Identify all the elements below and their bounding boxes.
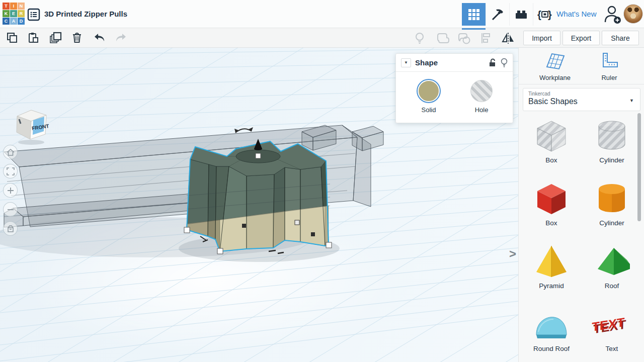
shape-pyramid[interactable]: Pyramid — [525, 243, 578, 290]
svg-text:{: { — [537, 9, 541, 20]
shape-box-hole[interactable]: Box — [525, 117, 578, 164]
delete-button[interactable] — [71, 32, 84, 45]
edge-handle[interactable] — [295, 220, 299, 225]
align-button[interactable] — [479, 32, 493, 45]
solid-swatch[interactable] — [418, 80, 440, 102]
collapse-inspector-button[interactable]: ▼ — [401, 58, 411, 67]
solid-label: Solid — [411, 106, 446, 114]
workplane-icon — [544, 52, 566, 70]
undo-button[interactable] — [93, 32, 106, 45]
zoom-in-button[interactable] — [3, 183, 18, 198]
inspector-title: Shape — [415, 58, 485, 67]
fit-view-button[interactable] — [3, 164, 18, 178]
shape-inspector-panel: ▼ Shape Solid Hole — [395, 53, 513, 123]
active-tab-underline — [462, 28, 486, 30]
ruler-tool[interactable]: Ruler — [584, 52, 634, 81]
logo-tile: I — [10, 3, 17, 10]
grid-icon — [468, 9, 479, 20]
edit-toolbar: Import Export Share — [0, 28, 644, 48]
document-title[interactable]: 3D Printed Zipper Pulls — [44, 10, 127, 18]
scale-handle-front[interactable] — [217, 248, 223, 254]
collapse-panel-chevron[interactable]: > — [509, 247, 516, 261]
shape-box-solid[interactable]: Box — [525, 180, 578, 227]
edge-handle[interactable] — [242, 224, 246, 228]
ruler-icon — [599, 52, 619, 70]
pickaxe-icon — [491, 8, 504, 21]
hole-label: Hole — [464, 106, 499, 114]
hole-swatch[interactable] — [470, 80, 493, 102]
shape-cylinder-hole[interactable]: Cylinder — [586, 117, 638, 164]
app-header: TINKERCAD 3D Printed Zipper Pulls {} Wha… — [0, 0, 644, 28]
zoom-out-button[interactable] — [3, 202, 18, 217]
copy-button[interactable] — [6, 32, 19, 45]
design-properties-icon[interactable] — [27, 8, 40, 21]
workplane-label: Workplane — [530, 74, 580, 81]
logo-tile: T — [3, 3, 10, 10]
logo-tile: D — [18, 18, 25, 25]
codeblocks-tab[interactable]: {} — [533, 3, 556, 26]
paste-button[interactable] — [27, 32, 40, 45]
panel-divider — [519, 84, 644, 84]
codeblocks-icon: {} — [537, 8, 552, 21]
home-view-button[interactable] — [3, 145, 18, 159]
scale-handle-right[interactable] — [326, 242, 332, 248]
import-button[interactable]: Import — [523, 31, 560, 45]
logo-tile: R — [18, 10, 25, 17]
whats-new-link[interactable]: What's New — [556, 10, 600, 18]
scale-handle-left[interactable] — [184, 227, 190, 233]
logo-tile: C — [3, 18, 10, 25]
show-all-button[interactable] — [414, 32, 427, 45]
3d-designs-tab[interactable] — [462, 3, 486, 26]
share-button[interactable]: Share — [602, 31, 639, 45]
bricks-tab[interactable] — [509, 3, 533, 26]
group-button[interactable] — [436, 32, 449, 45]
svg-text:}: } — [548, 9, 552, 20]
library-name: Basic Shapes — [528, 97, 635, 106]
lock-icon[interactable] — [489, 58, 497, 67]
shape-library-dropdown[interactable]: Tinkercad Basic Shapes ▼ — [523, 88, 640, 111]
tinkercad-logo[interactable]: TINKERCAD — [3, 3, 25, 26]
library-brand: Tinkercad — [528, 91, 635, 97]
perspective-toggle-button[interactable] — [3, 221, 18, 236]
edge-handle[interactable] — [311, 232, 315, 236]
user-avatar[interactable] — [623, 4, 643, 24]
logo-tile: N — [18, 3, 25, 10]
shape-cylinder-solid[interactable]: Cylinder — [586, 180, 638, 227]
add-person-icon — [602, 4, 623, 24]
invite-user-button[interactable] — [602, 4, 623, 24]
lego-brick-icon — [515, 8, 528, 21]
redo-button[interactable] — [114, 32, 127, 45]
workplane-tool[interactable]: Workplane — [530, 52, 580, 81]
logo-tile: E — [10, 10, 17, 17]
shape-round-roof[interactable]: Round Roof — [525, 306, 578, 352]
shape-text[interactable]: TEXT TEXT Text — [586, 306, 638, 352]
ruler-label: Ruler — [584, 74, 634, 81]
logo-tile: K — [3, 10, 10, 17]
shape-roof[interactable]: Roof — [586, 243, 638, 290]
minecraft-tab[interactable] — [486, 3, 509, 26]
panel-scrollbar[interactable] — [637, 113, 641, 221]
lightbulb-icon[interactable] — [501, 58, 508, 67]
shape-library-panel: Workplane Ruler Tinkercad Basic Shapes ▼… — [518, 48, 644, 362]
caret-down-icon: ▼ — [629, 98, 634, 103]
duplicate-button[interactable] — [49, 32, 62, 45]
logo-tile: A — [10, 18, 17, 25]
view-cube[interactable]: FRONT — [13, 106, 49, 146]
export-button[interactable]: Export — [562, 31, 600, 45]
scale-handle-top[interactable] — [256, 153, 261, 158]
ungroup-button[interactable] — [457, 32, 470, 45]
mirror-button[interactable] — [501, 32, 514, 45]
